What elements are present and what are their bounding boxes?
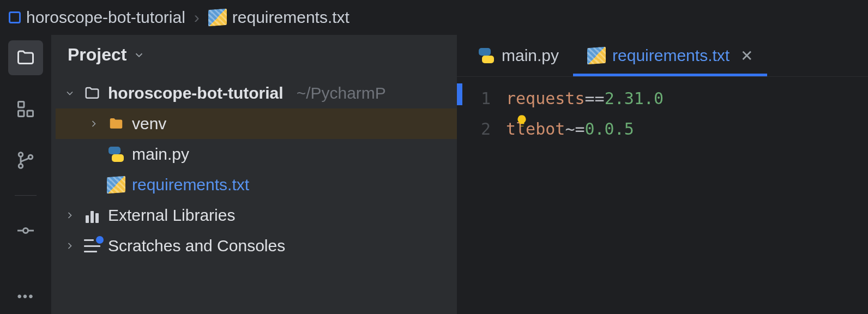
project-tree: horoscope-bot-tutorial ~/PycharmP venv m… [51,78,457,261]
folder-icon [16,48,35,68]
scratches-icon [83,239,101,252]
tree-external-libraries[interactable]: External Libraries [56,200,457,231]
requirements-file-icon [208,9,227,26]
caret-line-marker [457,83,462,105]
tab-main-py[interactable]: main.py [463,35,573,76]
tree-item-label: main.py [132,145,189,164]
breadcrumb: horoscope-bot-tutorial › requirements.tx… [0,0,868,35]
package-name: requests [506,89,585,108]
tree-item-requirements[interactable]: requirements.txt [56,170,457,200]
separator [15,195,37,196]
code-line[interactable]: tlebot~=0.0.5 [506,114,868,144]
chevron-right-icon [87,118,100,129]
chevron-right-icon: › [194,8,200,27]
folder-icon [83,85,101,101]
folder-icon [107,116,125,132]
svg-point-6 [23,228,28,233]
tree-root-path: ~/PycharmP [297,84,386,102]
line-number: 2 [457,114,491,144]
svg-rect-2 [19,111,25,117]
project-panel-header[interactable]: Project [51,35,457,78]
commit-icon [16,221,35,240]
breadcrumb-file-label: requirements.txt [232,8,349,27]
code-editor[interactable]: 1 2 requests==2.31.0 tlebot~=0.0.5 [457,76,868,314]
gutter: 1 2 [457,77,506,314]
breadcrumb-project[interactable]: horoscope-bot-tutorial [9,8,185,27]
commit-tool-button[interactable] [8,213,43,248]
tab-label: requirements.txt [612,46,730,65]
code-line[interactable]: requests==2.31.0 [506,83,868,114]
structure-tool-button[interactable] [8,92,43,126]
tree-item-main-py[interactable]: main.py [56,139,457,170]
more-tools-button[interactable]: ••• [17,289,34,304]
svg-point-3 [19,153,23,157]
vcs-tool-button[interactable] [8,143,43,178]
tree-item-label: venv [132,114,166,133]
tree-item-label: requirements.txt [132,176,249,194]
chevron-right-icon [63,240,76,251]
chevron-down-icon [63,88,76,99]
close-icon[interactable]: ✕ [740,47,753,65]
version: 0.0.5 [585,119,634,138]
chevron-right-icon [63,210,76,221]
library-icon [83,208,101,223]
tree-item-label: Scratches and Consoles [108,237,285,255]
tool-strip: ••• [0,35,51,314]
tree-root-label: horoscope-bot-tutorial [108,84,284,102]
project-panel-title: Project [68,45,126,65]
breadcrumb-project-label: horoscope-bot-tutorial [26,8,185,27]
editor-tab-bar: main.py requirements.txt ✕ [457,35,868,76]
tree-item-label: External Libraries [108,206,235,225]
git-branch-icon [16,150,35,170]
structure-icon [16,99,35,119]
project-panel: Project horoscope-bot-tutorial ~/Pycharm… [51,35,457,314]
lightbulb-icon[interactable] [514,114,530,128]
svg-rect-1 [27,111,33,117]
python-file-icon [107,146,125,163]
project-tool-button[interactable] [8,40,43,75]
svg-rect-0 [19,102,25,108]
version: 2.31.0 [605,89,664,108]
tab-requirements[interactable]: requirements.txt ✕ [573,35,767,76]
tree-item-venv[interactable]: venv [56,108,457,139]
svg-point-5 [28,155,33,159]
tree-root[interactable]: horoscope-bot-tutorial ~/PycharmP [56,78,457,108]
requirements-file-icon [587,47,606,64]
breadcrumb-file[interactable]: requirements.txt [208,8,349,27]
code-body[interactable]: requests==2.31.0 tlebot~=0.0.5 [506,77,868,314]
operator: ~= [565,119,584,138]
editor-area: main.py requirements.txt ✕ 1 2 requests=… [457,35,868,314]
svg-point-4 [19,164,23,168]
tab-label: main.py [502,46,559,65]
project-icon [9,11,21,23]
tree-scratches[interactable]: Scratches and Consoles [56,231,457,261]
python-file-icon [478,47,495,64]
chevron-down-icon [133,49,145,61]
operator: == [585,89,605,108]
requirements-file-icon [107,177,125,193]
